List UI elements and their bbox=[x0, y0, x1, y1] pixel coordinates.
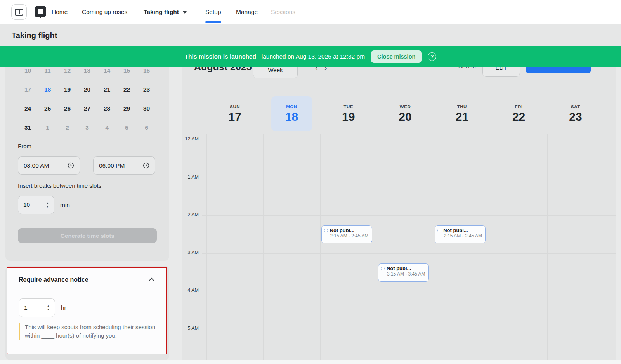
timeslot-event[interactable]: Not publ...2:15 AM - 2:45 AM bbox=[321, 225, 372, 243]
mini-calendar-day[interactable]: 25 bbox=[38, 99, 57, 118]
sidebar-toggle-button[interactable] bbox=[11, 4, 27, 20]
end-time-value: 06:00 PM bbox=[99, 162, 125, 169]
day-of-week-label: SUN bbox=[230, 104, 240, 109]
advance-notice-stepper[interactable]: 1 ▲ ▼ bbox=[19, 298, 55, 317]
mini-calendar-day[interactable]: 27 bbox=[77, 99, 97, 118]
mini-calendar-day[interactable]: 1 bbox=[38, 118, 57, 137]
breaks-value: 10 bbox=[23, 201, 30, 208]
end-time-input[interactable]: 06:00 PM bbox=[93, 156, 155, 175]
hour-label: 3 AM bbox=[182, 250, 199, 255]
nav-mission-coming-up-roses[interactable]: Coming up roses bbox=[82, 0, 127, 24]
day-date-label: 21 bbox=[456, 110, 468, 123]
mini-calendar-day[interactable]: 18 bbox=[38, 80, 57, 99]
event-time: 2:15 AM - 2:45 AM bbox=[330, 233, 369, 239]
clock-icon bbox=[143, 162, 149, 169]
tab-sessions[interactable]: Sessions bbox=[271, 0, 295, 24]
hour-gridline bbox=[202, 253, 616, 254]
day-of-week-label: THU bbox=[457, 104, 467, 109]
slot-status-icon bbox=[324, 229, 328, 232]
mini-calendar-day[interactable]: 30 bbox=[137, 99, 156, 118]
breaks-unit-label: min bbox=[60, 201, 70, 208]
day-of-week-label: FRI bbox=[515, 104, 523, 109]
day-column-line bbox=[604, 134, 604, 360]
day-column-line bbox=[206, 134, 207, 360]
app-window: Home Coming up roses Taking flight Setup… bbox=[0, 0, 621, 364]
time-slot-setup-panel: 1011121314151617181920212223242526272829… bbox=[5, 46, 169, 261]
day-column-line bbox=[320, 134, 321, 360]
hour-label: 5 AM bbox=[182, 326, 199, 331]
nav-divider bbox=[75, 6, 75, 18]
mini-calendar-day[interactable]: 23 bbox=[137, 80, 156, 99]
mini-calendar-day[interactable]: 17 bbox=[18, 80, 38, 99]
advance-notice-title: Require advance notice bbox=[19, 276, 88, 283]
mini-calendar-day[interactable]: 20 bbox=[77, 80, 97, 99]
hour-gridline bbox=[202, 140, 616, 140]
chevron-up-icon[interactable] bbox=[149, 278, 155, 284]
mini-calendar-day[interactable]: 6 bbox=[137, 118, 156, 137]
close-mission-button[interactable]: Close mission bbox=[371, 50, 422, 63]
slot-status-icon bbox=[381, 267, 385, 270]
nav-mission-taking-flight-dropdown[interactable]: Taking flight bbox=[144, 0, 187, 24]
help-icon[interactable]: ? bbox=[428, 52, 436, 61]
timeslot-event[interactable]: Not publ...2:15 AM - 2:45 AM bbox=[435, 225, 486, 243]
app-logo-icon[interactable] bbox=[35, 6, 46, 17]
stepper-up-icon[interactable]: ▲ bbox=[47, 305, 50, 308]
mini-calendar-day[interactable]: 21 bbox=[97, 80, 117, 99]
hour-gridline bbox=[202, 329, 616, 329]
hour-label: 12 AM bbox=[182, 136, 199, 142]
advance-notice-card: Require advance notice 1 ▲ ▼ hr This wil… bbox=[5, 266, 169, 360]
mini-calendar-day[interactable]: 29 bbox=[117, 99, 137, 118]
mini-calendar-day[interactable]: 24 bbox=[18, 99, 38, 118]
day-date-label: 20 bbox=[399, 110, 411, 123]
hour-gridline bbox=[202, 215, 616, 216]
day-of-week-label: MON bbox=[286, 104, 297, 109]
mini-calendar-day[interactable]: 31 bbox=[18, 118, 38, 137]
generate-time-slots-button[interactable]: Generate time slots bbox=[18, 228, 157, 243]
mini-calendar-day[interactable]: 19 bbox=[57, 80, 77, 99]
advance-notice-unit-label: hr bbox=[61, 304, 66, 311]
sidebar-panel-icon bbox=[15, 9, 23, 16]
hour-gridline bbox=[202, 291, 616, 291]
mini-calendar-day[interactable]: 5 bbox=[117, 118, 137, 137]
slot-status-icon bbox=[437, 229, 441, 232]
timeslot-event[interactable]: Not publ...3:15 AM - 3:45 AM bbox=[378, 263, 429, 282]
stepper-down-icon[interactable]: ▼ bbox=[46, 205, 49, 208]
day-column-line bbox=[377, 134, 377, 360]
mini-calendar-day[interactable]: 2 bbox=[57, 118, 77, 137]
require-advance-notice-section: Require advance notice 1 ▲ ▼ hr This wil… bbox=[7, 267, 167, 354]
hour-label: 2 AM bbox=[182, 212, 199, 217]
day-date-label: 18 bbox=[285, 110, 298, 123]
mini-calendar-day[interactable]: 22 bbox=[117, 80, 137, 99]
time-grid[interactable]: 12 AM1 AM2 AM3 AM4 AM5 AMNot publ...2:15… bbox=[182, 46, 616, 360]
mini-calendar-day[interactable]: 4 bbox=[97, 118, 117, 137]
mission-launched-banner: This mission is launched - launched on A… bbox=[0, 46, 621, 67]
mini-calendar: 1011121314151617181920212223242526272829… bbox=[18, 61, 156, 137]
event-time: 2:15 AM - 2:45 AM bbox=[444, 233, 483, 239]
hour-label: 4 AM bbox=[182, 288, 199, 293]
mini-calendar-day[interactable]: 26 bbox=[57, 99, 77, 118]
tab-setup[interactable]: Setup bbox=[205, 0, 221, 24]
week-calendar-panel: August 2025 Week ‹ › view in EDT Publish… bbox=[182, 46, 616, 360]
breaks-label: Insert breaks between time slots bbox=[18, 182, 101, 189]
day-of-week-label: WED bbox=[400, 104, 411, 109]
day-column-line bbox=[547, 134, 548, 360]
event-title: Not publ... bbox=[387, 265, 411, 271]
banner-status-text: This mission is launched - launched on A… bbox=[185, 53, 365, 60]
day-date-label: 17 bbox=[228, 110, 241, 123]
stepper-up-icon[interactable]: ▲ bbox=[46, 202, 49, 205]
advance-notice-value: 1 bbox=[24, 304, 28, 311]
page-header: Taking flight bbox=[0, 24, 621, 46]
time-range-separator: - bbox=[85, 161, 87, 168]
tab-manage[interactable]: Manage bbox=[236, 0, 258, 24]
clock-icon bbox=[68, 162, 74, 169]
event-title: Not publ... bbox=[443, 227, 468, 233]
mini-calendar-day[interactable]: 3 bbox=[77, 118, 97, 137]
stepper-down-icon[interactable]: ▼ bbox=[47, 308, 50, 311]
from-label: From bbox=[18, 143, 31, 149]
advance-notice-help-text: This will keep scouts from scheduling th… bbox=[19, 323, 158, 340]
start-time-input[interactable]: 08:00 AM bbox=[18, 156, 80, 175]
mini-calendar-day[interactable]: 28 bbox=[97, 99, 117, 118]
day-column-line bbox=[434, 134, 434, 360]
breaks-stepper[interactable]: 10 ▲ ▼ bbox=[18, 196, 54, 214]
nav-home[interactable]: Home bbox=[52, 0, 68, 24]
